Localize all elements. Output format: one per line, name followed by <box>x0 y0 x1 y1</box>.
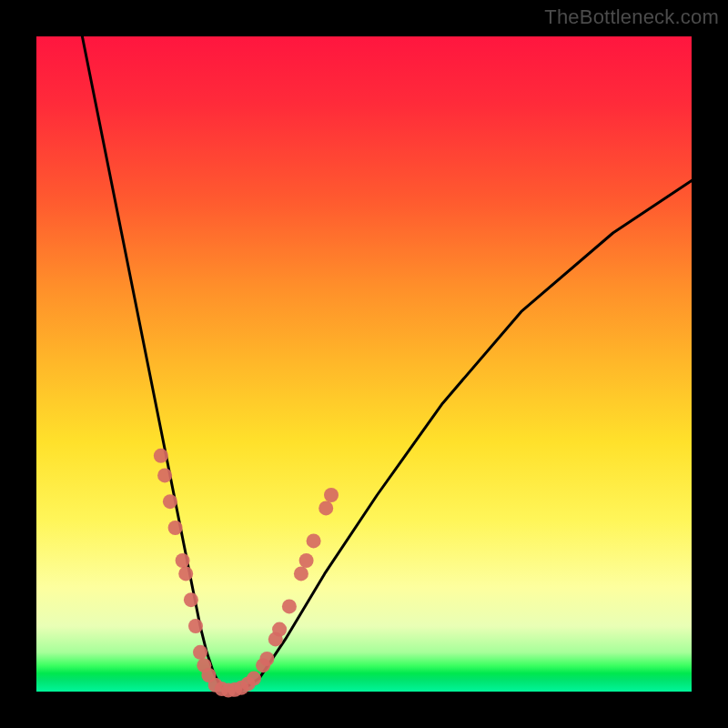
marker-dot <box>193 645 207 660</box>
chart-svg <box>36 36 692 692</box>
marker-dot <box>299 553 314 568</box>
chart-frame: TheBottleneck.com <box>0 0 728 728</box>
marker-dot <box>259 652 274 666</box>
marker-dot <box>188 619 203 633</box>
curve-path <box>82 36 692 692</box>
marker-dot <box>157 468 172 482</box>
marker-dot <box>154 449 168 463</box>
marker-dot <box>324 488 339 502</box>
marker-dot <box>247 672 261 686</box>
bottleneck-curve <box>82 36 692 692</box>
plot-area <box>36 36 692 692</box>
marker-dot <box>176 553 190 568</box>
marker-dot <box>318 500 333 515</box>
watermark-text: TheBottleneck.com <box>544 5 719 29</box>
marker-dot <box>178 566 193 581</box>
marker-dot <box>272 622 287 637</box>
marker-dot <box>184 592 198 607</box>
marker-group <box>154 449 339 698</box>
marker-dot <box>282 599 297 613</box>
marker-dot <box>163 494 177 509</box>
marker-dot <box>168 521 183 535</box>
marker-dot <box>307 533 321 548</box>
marker-dot <box>294 566 308 581</box>
